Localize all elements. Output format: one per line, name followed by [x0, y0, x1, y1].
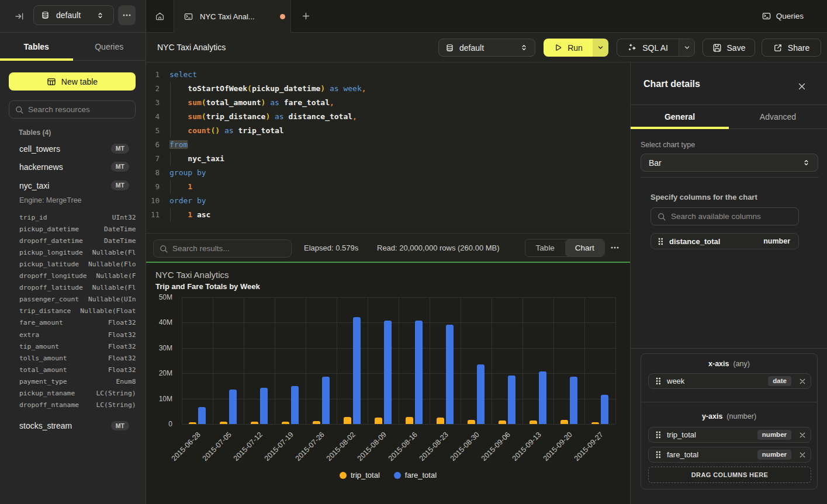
database-icon — [41, 11, 49, 19]
bar-fare-total[interactable] — [570, 377, 577, 424]
run-options-button[interactable] — [593, 39, 608, 57]
column-row: pickup_latitudeNullable(Flo — [19, 259, 136, 270]
results-search — [153, 239, 292, 258]
column-row: pickup_longitudeNullable(Fl — [19, 247, 136, 259]
share-button[interactable]: Share — [762, 39, 821, 57]
sidebar-database-selector[interactable]: default — [33, 5, 114, 25]
bar-fare-total[interactable] — [260, 388, 268, 425]
bar-fare-total[interactable] — [446, 325, 454, 424]
line-number: 7 — [146, 152, 160, 166]
home-icon — [155, 12, 165, 21]
bar-trip-total[interactable] — [406, 417, 413, 424]
run-button[interactable]: Run — [544, 39, 593, 57]
tab-advanced[interactable]: Advanced — [729, 105, 827, 128]
code-text: sum(trip_distance) as distance_total, — [169, 110, 357, 124]
new-table-button[interactable]: New table — [9, 72, 136, 91]
x-axis-label: 2015-09-06 — [479, 430, 511, 463]
drag-handle-icon[interactable] — [656, 431, 661, 439]
sidebar-tab-tables[interactable]: Tables — [0, 33, 73, 60]
results-search-input[interactable] — [172, 244, 285, 253]
view-toggle-table[interactable]: Table — [525, 239, 565, 256]
remove-icon[interactable] — [800, 452, 805, 458]
bar-trip-total[interactable] — [189, 422, 196, 424]
editor-tab-active[interactable]: NYC Taxi Anal... — [174, 0, 291, 33]
sql-ai-options-button[interactable] — [679, 39, 694, 56]
sidebar-more-button[interactable] — [118, 5, 136, 25]
remove-icon[interactable] — [800, 378, 805, 384]
bar-fare-total[interactable] — [291, 386, 299, 424]
close-icon[interactable] — [798, 83, 807, 91]
table-item-cell_towers[interactable]: cell_towersMT — [19, 142, 136, 155]
available-column-distance_total[interactable]: distance_totalnumber — [650, 233, 799, 249]
code-line-5: 5 count() as trip_total — [146, 124, 630, 138]
bar-fare-total[interactable] — [198, 407, 206, 425]
bar-trip-total[interactable] — [251, 422, 258, 424]
sidebar-tab-queries[interactable]: Queries — [73, 33, 146, 60]
bar-fare-total[interactable] — [322, 377, 330, 424]
bar-fare-total[interactable] — [539, 371, 546, 424]
toolbar-database-selector[interactable]: default — [438, 39, 535, 57]
view-toggle-chart[interactable]: Chart — [565, 239, 605, 256]
line-number: 4 — [146, 110, 160, 124]
table-item-hackernews[interactable]: hackernewsMT — [19, 161, 136, 173]
drag-columns-dropzone[interactable]: DRAG COLUMNS HERE — [648, 467, 811, 483]
table-engine: Engine: MergeTree — [19, 196, 82, 204]
x-axis-label: 2015-08-23 — [417, 430, 449, 463]
view-toggle: Table Chart — [525, 239, 605, 257]
code-token: 1 — [188, 182, 192, 191]
engine-badge: MT — [111, 162, 129, 172]
bar-trip-total[interactable] — [344, 417, 351, 424]
sql-editor[interactable]: 1select2 toStartOfWeek(pickup_datetime) … — [146, 62, 630, 234]
home-button[interactable] — [146, 0, 174, 32]
bar-trip-total[interactable] — [220, 422, 227, 424]
columns-search-input[interactable] — [671, 212, 792, 221]
bar-trip-total[interactable] — [437, 418, 444, 424]
tab-general[interactable]: General — [631, 105, 729, 128]
bar-fare-total[interactable] — [415, 321, 423, 425]
save-button[interactable]: Save — [703, 39, 755, 57]
table-name: cell_towers — [19, 144, 111, 154]
collapse-sidebar-icon[interactable] — [15, 12, 24, 21]
queries-link[interactable]: Queries — [762, 0, 804, 32]
bar-fare-total[interactable] — [229, 390, 237, 424]
remove-icon[interactable] — [800, 432, 805, 438]
legend-dot — [340, 472, 347, 479]
table-item-stocks_stream[interactable]: stocks_streamMT — [19, 419, 136, 432]
legend-item-fare_total[interactable]: fare_total — [394, 471, 437, 479]
sidebar-search-input[interactable] — [28, 105, 129, 114]
bar-trip-total[interactable] — [313, 421, 320, 424]
bar-fare-total[interactable] — [508, 376, 515, 424]
drag-handle-icon[interactable] — [658, 238, 663, 245]
bar-trip-total[interactable] — [468, 420, 475, 424]
table-item-nyc_taxi[interactable]: nyc_taxiMT — [19, 179, 136, 192]
bar-trip-total[interactable] — [375, 418, 382, 424]
bar-trip-total[interactable] — [591, 422, 599, 425]
bar-trip-total[interactable] — [530, 420, 537, 425]
chart-type-value: Bar — [649, 158, 802, 168]
new-tab-button[interactable] — [291, 0, 320, 32]
sql-ai-button[interactable]: SQL AI — [617, 39, 679, 56]
bar-fare-total[interactable] — [601, 395, 608, 424]
code-text: order by — [169, 194, 206, 208]
drag-handle-icon[interactable] — [656, 451, 661, 458]
drag-handle-icon[interactable] — [656, 377, 661, 385]
results-more-button[interactable] — [608, 242, 622, 253]
axis-accepts: (any) — [733, 360, 749, 368]
column-name: pickup_ntaname — [19, 390, 75, 397]
y-axis-tick: 10M — [137, 395, 172, 403]
x-axis-item-week[interactable]: weekdate — [648, 373, 811, 389]
bar-trip-total[interactable] — [499, 420, 506, 425]
bar-trip-total[interactable] — [282, 422, 289, 424]
chart-type-select[interactable]: Bar — [641, 154, 818, 172]
axis-name: x-axis — [708, 360, 729, 368]
y-axis-header: y-axis(number) — [641, 412, 817, 420]
bar-fare-total[interactable] — [477, 364, 485, 424]
bar-fare-total[interactable] — [353, 317, 361, 424]
y-axis-item-fare_total[interactable]: fare_totalnumber — [648, 447, 811, 463]
search-icon — [658, 213, 666, 221]
bar-trip-total[interactable] — [560, 420, 568, 424]
y-axis-item-trip_total[interactable]: trip_totalnumber — [648, 427, 811, 443]
sidebar-tabs: Tables Queries — [0, 33, 146, 61]
bar-fare-total[interactable] — [384, 321, 392, 424]
legend-item-trip_total[interactable]: trip_total — [340, 471, 380, 479]
